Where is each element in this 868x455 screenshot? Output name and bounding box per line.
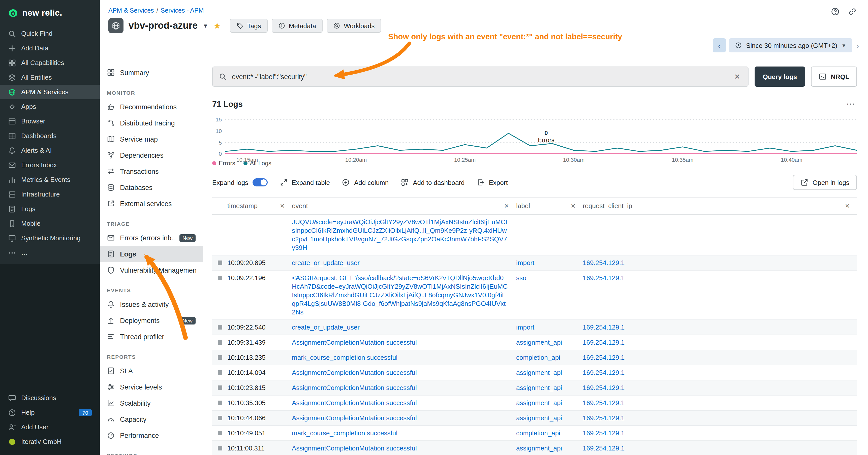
log-label-link[interactable]: assignment_api bbox=[516, 414, 583, 422]
subnav-item-service-map[interactable]: Service map bbox=[100, 131, 203, 147]
subnav-item-service-levels[interactable]: Service levels bbox=[100, 379, 203, 395]
subnav-item-transactions[interactable]: Transactions bbox=[100, 163, 203, 180]
subnav-item-summary[interactable]: Summary bbox=[100, 65, 203, 80]
favorite-star-icon[interactable]: ★ bbox=[213, 21, 221, 31]
nrql-button[interactable]: NRQL bbox=[811, 66, 857, 87]
add-to-dashboard-button[interactable]: Add to dashboard bbox=[401, 178, 465, 187]
help-icon[interactable] bbox=[831, 7, 840, 16]
log-event-link[interactable]: AssignmentCompletionMutation successful bbox=[292, 398, 516, 407]
log-label-link[interactable]: import bbox=[516, 323, 583, 331]
expand-logs-control[interactable]: Expand logs bbox=[212, 178, 268, 187]
log-event-link[interactable]: mark_course_completion successful bbox=[292, 353, 516, 362]
sidebar-item-more[interactable]: … bbox=[0, 246, 100, 260]
panel-menu-icon[interactable]: ⋯ bbox=[844, 99, 857, 109]
log-label-link[interactable]: completion_api bbox=[516, 353, 583, 362]
log-row-marker-icon[interactable] bbox=[217, 355, 222, 360]
log-ip-link[interactable]: 169.254.129.1 bbox=[583, 414, 857, 422]
log-label-link[interactable]: assignment_api bbox=[516, 368, 583, 377]
subnav-item-sla[interactable]: SLA bbox=[100, 363, 203, 379]
remove-column-icon[interactable]: ✕ bbox=[504, 202, 509, 209]
sidebar-item-all-entities[interactable]: All Entities bbox=[0, 70, 100, 85]
sidebar-item-dashboards[interactable]: Dashboards bbox=[0, 129, 100, 143]
subnav-item-external-services[interactable]: External services bbox=[100, 195, 203, 212]
log-ip-link[interactable]: 169.254.129.1 bbox=[583, 384, 857, 392]
log-event-link[interactable]: JUQVU&code=eyJraWQiOiJjcGltY29yZV8wOTl1M… bbox=[292, 218, 516, 252]
log-row-marker-icon[interactable] bbox=[217, 431, 222, 435]
sidebar-item-apps[interactable]: Apps bbox=[0, 99, 100, 114]
log-row[interactable]: 10:10:44.066AssignmentCompletionMutation… bbox=[212, 411, 857, 426]
log-row[interactable]: 10:10:13.235mark_course_completion succe… bbox=[212, 350, 857, 365]
subnav-item-performance[interactable]: Performance bbox=[100, 427, 203, 444]
log-row-marker-icon[interactable] bbox=[217, 260, 222, 265]
log-label-link[interactable]: assignment_api bbox=[516, 384, 583, 392]
log-event-link[interactable]: create_or_update_user bbox=[292, 323, 516, 331]
breadcrumb-apm-services[interactable]: APM & Services bbox=[108, 7, 154, 14]
sidebar-item-iterativ-gmbh[interactable]: Iterativ GmbH bbox=[0, 434, 100, 449]
log-label-link[interactable]: assignment_api bbox=[516, 338, 583, 347]
log-row-marker-icon[interactable] bbox=[217, 446, 222, 451]
newrelic-logo[interactable]: new relic. bbox=[0, 0, 100, 26]
tags-button[interactable]: Tags bbox=[230, 19, 268, 33]
subnav-item-recommendations[interactable]: Recommendations bbox=[100, 99, 203, 115]
logs-query-input[interactable]: event:* -"label":"security" ✕ bbox=[212, 66, 748, 87]
log-row-marker-icon[interactable] bbox=[217, 400, 222, 405]
log-row[interactable]: 10:10:49.051mark_course_completion succe… bbox=[212, 426, 857, 441]
sidebar-item-add-user[interactable]: Add User bbox=[0, 420, 100, 434]
log-event-link[interactable]: mark_course_completion successful bbox=[292, 429, 516, 437]
permalink-icon[interactable] bbox=[848, 7, 857, 16]
time-range-button[interactable]: Since 30 minutes ago (GMT+2) ▼ bbox=[729, 38, 852, 53]
remove-column-icon[interactable]: ✕ bbox=[280, 202, 285, 209]
sidebar-item-apm-services[interactable]: APM & Services bbox=[0, 85, 100, 99]
sidebar-item-browser[interactable]: Browser bbox=[0, 114, 100, 129]
sidebar-item-mobile[interactable]: Mobile bbox=[0, 216, 100, 231]
log-row[interactable]: 10:11:00.311AssignmentCompletionMutation… bbox=[212, 441, 857, 455]
log-ip-link[interactable]: 169.254.129.1 bbox=[583, 368, 857, 377]
subnav-item-dependencies[interactable]: Dependencies bbox=[100, 147, 203, 163]
log-event-link[interactable]: <ASGIRequest: GET '/sso/callback/?state=… bbox=[292, 273, 516, 317]
log-row[interactable]: 10:10:14.094AssignmentCompletionMutation… bbox=[212, 365, 857, 381]
log-ip-link[interactable]: 169.254.129.1 bbox=[583, 259, 857, 267]
metadata-button[interactable]: Metadata bbox=[272, 19, 322, 33]
log-label-link[interactable]: sso bbox=[516, 273, 583, 282]
log-ip-link[interactable]: 169.254.129.1 bbox=[583, 398, 857, 407]
log-label-link[interactable]: import bbox=[516, 259, 583, 267]
subnav-item-logs[interactable]: Logs bbox=[100, 246, 203, 262]
sidebar-item-synthetic-monitoring[interactable]: Synthetic Monitoring bbox=[0, 231, 100, 246]
subnav-item-databases[interactable]: Databases bbox=[100, 180, 203, 195]
sidebar-item-add-data[interactable]: Add Data bbox=[0, 41, 100, 56]
log-ip-link[interactable]: 169.254.129.1 bbox=[583, 444, 857, 453]
sidebar-item-all-capabilities[interactable]: All Capabilities bbox=[0, 56, 100, 70]
log-row[interactable]: 10:10:35.305AssignmentCompletionMutation… bbox=[212, 395, 857, 411]
subnav-item-errors-errors-inb[interactable]: Errors (errors inb...New bbox=[100, 230, 203, 246]
subnav-item-thread-profiler[interactable]: Thread profiler bbox=[100, 328, 203, 345]
breadcrumb-services-apm[interactable]: Services - APM bbox=[161, 7, 204, 14]
log-ip-link[interactable]: 169.254.129.1 bbox=[583, 338, 857, 347]
entity-switcher-caret-icon[interactable]: ▼ bbox=[203, 23, 209, 29]
log-row[interactable]: 10:09:22.540create_or_update_userimport1… bbox=[212, 320, 857, 335]
log-row-marker-icon[interactable] bbox=[217, 416, 222, 420]
expand-logs-toggle[interactable] bbox=[252, 178, 268, 187]
log-event-link[interactable]: AssignmentCompletionMutation successful bbox=[292, 414, 516, 422]
log-ip-link[interactable]: 169.254.129.1 bbox=[583, 323, 857, 331]
log-row[interactable]: 10:10:23.815AssignmentCompletionMutation… bbox=[212, 381, 857, 395]
log-row-marker-icon[interactable] bbox=[217, 370, 222, 375]
log-row-marker-icon[interactable] bbox=[217, 275, 222, 280]
column-header-request-client-ip[interactable]: request_client_ip✕ bbox=[583, 202, 857, 209]
subnav-item-capacity[interactable]: Capacity bbox=[100, 411, 203, 427]
log-label-link[interactable]: completion_api bbox=[516, 429, 583, 437]
log-event-link[interactable]: AssignmentCompletionMutation successful bbox=[292, 384, 516, 392]
remove-column-icon[interactable]: ✕ bbox=[570, 202, 576, 209]
query-logs-button[interactable]: Query logs bbox=[754, 66, 805, 87]
subnav-item-issues-activity[interactable]: Issues & activity bbox=[100, 296, 203, 313]
log-row-marker-icon[interactable] bbox=[217, 340, 222, 345]
workloads-button[interactable]: Workloads bbox=[327, 19, 381, 33]
log-row[interactable]: JUQVU&code=eyJraWQiOiJjcGltY29yZV8wOTl1M… bbox=[212, 215, 857, 256]
sidebar-item-discussions[interactable]: Discussions bbox=[0, 390, 100, 405]
sidebar-item-infrastructure[interactable]: Infrastructure bbox=[0, 187, 100, 201]
subnav-item-deployments[interactable]: DeploymentsNew bbox=[100, 313, 203, 328]
log-row-marker-icon[interactable] bbox=[217, 325, 222, 329]
column-header-event[interactable]: event✕ bbox=[292, 202, 516, 209]
log-row-marker-icon[interactable] bbox=[217, 386, 222, 390]
open-in-logs-button[interactable]: Open in logs bbox=[793, 175, 857, 190]
log-event-link[interactable]: AssignmentCompletionMutation successful bbox=[292, 338, 516, 347]
